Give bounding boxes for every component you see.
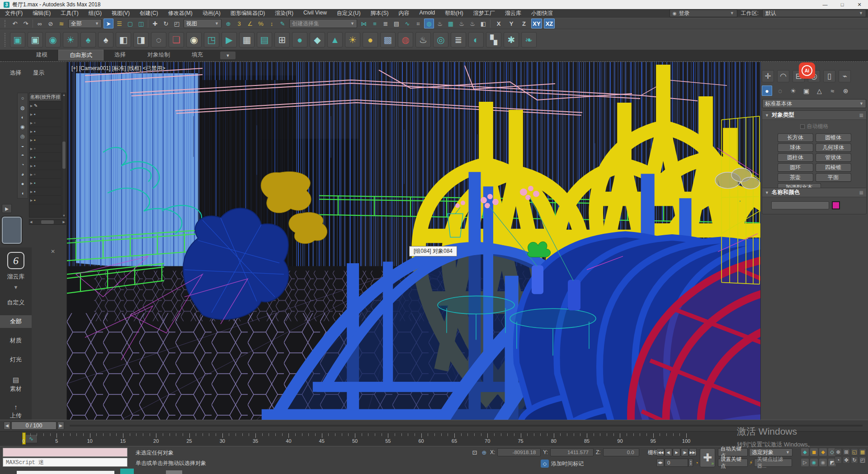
explorer-horizontal-scrollbar[interactable]: ◀▶ [29, 219, 66, 225]
spinner-snap-icon[interactable]: ↕ [267, 19, 277, 28]
zoom-all-icon[interactable]: ⊞ [843, 448, 850, 455]
explorer-column-header[interactable]: 名称(按升序排 [29, 93, 61, 101]
liuyunku-logo[interactable]: 6 [7, 252, 24, 269]
play-icon[interactable]: ▶ [673, 448, 680, 456]
target-light-icon[interactable]: ◉ [45, 32, 61, 47]
primitive-button[interactable]: 长方体 [778, 133, 813, 142]
reference-coordinate-dropdown[interactable]: 视图▼ [184, 19, 222, 28]
moon-icon[interactable]: ● [363, 32, 378, 47]
undo-icon[interactable]: ↶ [10, 19, 20, 28]
menu-item[interactable]: 组(G) [84, 9, 107, 17]
ribbon-more-button[interactable]: ▼ [220, 52, 236, 59]
maximize-button[interactable]: □ [834, 0, 851, 9]
expand-arrow-icon[interactable]: ▸ [30, 103, 33, 108]
menu-item[interactable]: Civil View [298, 9, 332, 17]
arrow-icon[interactable]: ▷ [801, 459, 809, 466]
menu-item[interactable]: 自定义(U) [332, 9, 366, 17]
display-lights-icon[interactable]: ◉ [19, 123, 27, 131]
bulb-icon[interactable]: ◉ [186, 32, 202, 47]
explorer-row[interactable]: ▸ ▪ [29, 127, 61, 136]
pine-tree-icon[interactable]: ♠ [98, 32, 113, 47]
material-editor-icon[interactable]: ◍ [424, 19, 434, 28]
shapes-category-icon[interactable]: ◌ [775, 85, 785, 96]
close-icon[interactable]: ✕ [51, 248, 55, 255]
primitive-button[interactable]: 茶壶 [778, 173, 813, 182]
liuyunku-menu-item[interactable]: 自定义 [0, 296, 32, 309]
expand-arrow-icon[interactable]: ▸ [30, 189, 33, 194]
cameras-category-icon[interactable]: ▣ [801, 85, 811, 96]
expand-arrow-icon[interactable]: ▸ [30, 155, 33, 160]
explorer-row[interactable]: ▸ ▪ [29, 161, 61, 170]
diamond-icon[interactable]: ◆ [310, 32, 325, 47]
render-production-icon[interactable]: ♨ [457, 19, 467, 28]
go-to-start-icon[interactable]: |◀◀ [656, 448, 664, 456]
calc-icon[interactable]: ⊞ [274, 32, 290, 47]
select-and-link-icon[interactable]: ∞ [35, 19, 45, 28]
zoom-extents-icon[interactable]: ◱ [851, 448, 858, 455]
maximize-viewport-icon[interactable]: ◰ [859, 456, 866, 464]
explorer-tab-display[interactable]: 显示 [33, 69, 44, 77]
name-color-rollout-header[interactable]: ▼ 名称和颜色 ▦ [762, 188, 866, 197]
ribbon-tab[interactable]: 自由形式 [58, 50, 104, 61]
display-all-icon[interactable]: ○ [19, 94, 27, 102]
login-dropdown[interactable]: ◉ 登录 ▼ [670, 9, 737, 17]
add-time-tag[interactable]: ◇ 添加时间标记 [541, 460, 584, 468]
cone-tree-icon[interactable]: ▲ [327, 32, 343, 47]
display-xrefs-icon[interactable]: ◕ [19, 170, 27, 178]
lock-icon[interactable]: ◼ [810, 448, 818, 456]
maxscript-mini-listener[interactable]: MAXScript 迷 [3, 458, 127, 467]
expand-arrow-icon[interactable]: ▸ [30, 112, 33, 117]
timeline-ruler[interactable]: ∿ 05101520253035404550556065707580859095… [0, 431, 868, 446]
angle-snap-icon[interactable]: ∠ [245, 19, 255, 28]
liuyunku-menu-item[interactable]: 全部 [0, 315, 32, 328]
hatch-icon[interactable]: ▩ [380, 32, 396, 47]
explorer-row[interactable]: ▸ ▪ [29, 136, 61, 144]
key-teal-icon[interactable]: ◆ [801, 448, 809, 456]
named-selection-set-field[interactable]: 创建选择集▼ [289, 19, 357, 28]
primitive-button[interactable]: 圆柱体 [778, 153, 813, 162]
set-key-button[interactable]: 设置关键点 [718, 459, 748, 467]
explorer-row[interactable]: ▸ ▫ [29, 118, 61, 127]
ribbon-tab[interactable]: 选择 [104, 50, 137, 61]
display-shapes-icon[interactable]: ◐ [19, 113, 27, 121]
menu-item[interactable]: 图形编辑器(D) [226, 9, 270, 17]
display-materials-icon[interactable]: ● [19, 180, 27, 188]
axis-constraint-button[interactable]: XY [531, 19, 542, 28]
display-spacewarps-icon[interactable]: ◓ [19, 151, 27, 159]
person-teal-icon[interactable]: ◉ [810, 459, 818, 466]
axis-constraint-button[interactable]: XZ [544, 19, 555, 28]
primitive-button[interactable]: 球体 [778, 143, 813, 152]
liuyunku-menu-item[interactable]: 材质 [0, 334, 32, 347]
grid-panel-icon[interactable]: ▦ [239, 32, 255, 47]
menu-item[interactable]: 编辑(E) [28, 9, 56, 17]
camera-add-icon[interactable]: ▣ [28, 32, 43, 47]
sun-light-icon[interactable]: ☀ [63, 32, 78, 47]
axis-constraint-button[interactable]: Y [506, 19, 517, 28]
helpers-category-icon[interactable]: △ [814, 85, 825, 96]
liuyunku-menu-item[interactable]: ↑ 上传 [10, 403, 22, 420]
selection-filter-dropdown[interactable]: 全部▼ [68, 19, 102, 28]
expand-arrow-icon[interactable]: ▸ [30, 172, 33, 177]
rendered-frame-window-icon[interactable]: ▦ [446, 19, 456, 28]
tree-card-icon[interactable]: ◧ [116, 32, 131, 47]
menu-item[interactable]: 内容 [393, 9, 414, 17]
display-bones-icon[interactable]: ◖ [19, 189, 27, 197]
explorer-row[interactable]: ▸ ▪ [29, 187, 61, 196]
liuyunku-menu-item[interactable]: 灯光 [0, 353, 32, 366]
leaf-icon[interactable]: ❧ [521, 32, 537, 47]
menu-item[interactable]: 帮助(H) [440, 9, 468, 17]
orbit-icon[interactable]: ↻ [851, 456, 858, 464]
utilities-tab-icon[interactable]: ⌁ [839, 70, 851, 82]
menu-item[interactable]: 动画(A) [198, 9, 226, 17]
material-ball-icon[interactable]: ◐ [468, 32, 484, 47]
film-camera-icon[interactable]: ▣ [10, 32, 25, 47]
keys-pair-icon[interactable]: ◆ [819, 448, 827, 456]
render-iterative-icon[interactable]: ♨ [467, 19, 477, 28]
explorer-row[interactable]: ▸ ▪ [29, 196, 61, 204]
minimize-button[interactable]: — [816, 0, 834, 9]
time-slider-grip[interactable]: 0 / 100 [11, 422, 57, 430]
workspace-dropdown[interactable]: 默认 ▼ [762, 9, 866, 17]
set-keys-button[interactable]: ✚» [700, 448, 715, 467]
menu-item[interactable]: Arnold [414, 9, 440, 17]
go-to-end-icon[interactable]: ▶▶| [689, 448, 697, 456]
